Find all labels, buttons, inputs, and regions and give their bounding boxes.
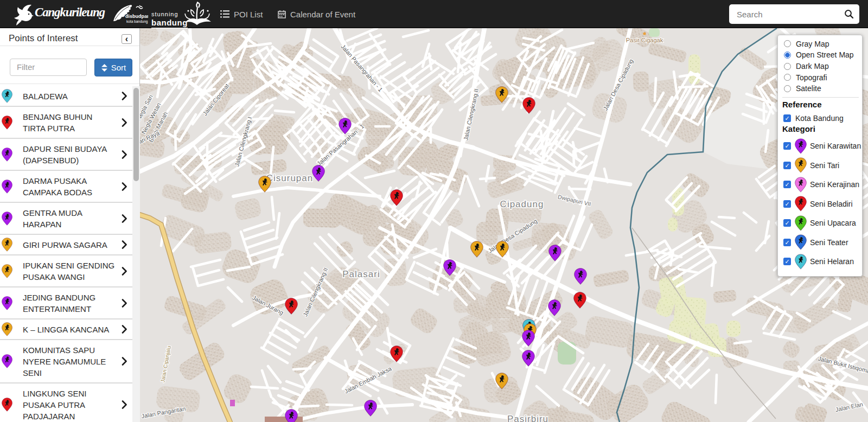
svg-text:kota bandung: kota bandung	[126, 20, 148, 24]
svg-text:Pasirbiru: Pasirbiru	[507, 414, 548, 422]
svg-text:Cisurupan: Cisurupan	[266, 173, 314, 183]
svg-text:disbudpar: disbudpar	[125, 14, 148, 19]
svg-text:Cipadung: Cipadung	[500, 199, 544, 209]
svg-text:Pasir Cigagak: Pasir Cigagak	[626, 37, 663, 43]
svg-text:Palasari: Palasari	[342, 269, 380, 279]
